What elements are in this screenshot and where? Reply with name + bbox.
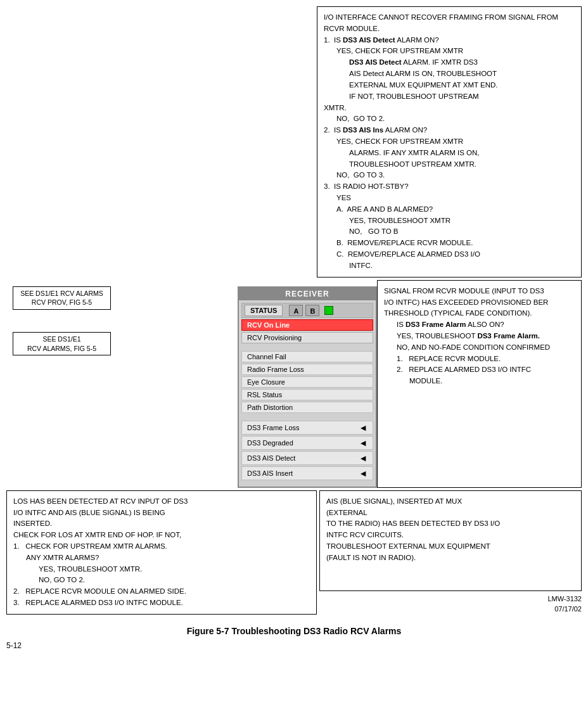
bottom-section: LOS HAS BEEN DETECTED AT RCV INPUT OF DS… bbox=[6, 490, 582, 615]
alarm-ds3-degraded: DS3 Degraded ◄ bbox=[241, 436, 373, 450]
mr-line-8: 2. REPLACE ALARMED DS3 I/O INTFC bbox=[397, 364, 575, 376]
tr-line-13: TROUBLESHOOT UPSTREAM XMTR. bbox=[349, 159, 575, 170]
separator-2 bbox=[239, 414, 376, 419]
br-line-6: (FAULT IS NOT IN RADIO). bbox=[326, 552, 575, 564]
ds3-degraded-label: DS3 Degraded bbox=[247, 439, 293, 447]
status-label: STATUS bbox=[245, 305, 283, 316]
alarm-channel-fail: Channel Fail bbox=[241, 351, 373, 362]
arrow-ds3-degraded: ◄ bbox=[359, 438, 368, 448]
mr-line-7: 1. REPLACE RCVR MODULE. bbox=[397, 354, 575, 365]
receiver-panel: RECEIVER STATUS A B RCV On Line RCV Prov… bbox=[238, 286, 377, 488]
alarm-eye-closure: Eye Closure bbox=[241, 376, 373, 388]
lmw-section: LMW-3132 07/17/02 bbox=[319, 591, 582, 615]
mr-line-6: NO, AND NO-FADE CONDITION CONFIRMED bbox=[397, 342, 575, 354]
tr-line-2: 1. IS DS3 AIS Detect ALARM ON? bbox=[324, 35, 575, 46]
middle-right-box: SIGNAL FROM RCVR MODULE (INPUT TO DS3 I/… bbox=[377, 280, 582, 488]
receiver-header: RECEIVER bbox=[239, 288, 376, 300]
ds3-ais-detect-label: DS3 AIS Detect bbox=[247, 454, 295, 462]
label-spacer-1 bbox=[13, 310, 111, 332]
tr-line-11: YES, CHECK FOR UPSTREAM XMTR bbox=[336, 136, 575, 148]
middle-left: SEE DS1/E1 RCV ALARMS RCV PROV, FIG 5-5 … bbox=[6, 280, 377, 488]
tr-line-6: EXTERNAL MUX EQUIPMENT AT XMT END. bbox=[349, 80, 575, 91]
bl-line-8: NO, GO TO 2. bbox=[39, 575, 310, 586]
alarm-path-distortion: Path Distortion bbox=[241, 402, 373, 413]
bl-line-6: ANY XMTR ALARMS? bbox=[26, 552, 310, 564]
bottom-right-top-box: AIS (BLUE SIGNAL), INSERTED AT MUX (EXTE… bbox=[319, 490, 582, 591]
btn-b[interactable]: B bbox=[305, 305, 319, 316]
mr-line-4: IS DS3 Frame Alarm ALSO ON? bbox=[397, 319, 575, 331]
tr-line-10: 2. IS DS3 AIS Ins ALARM ON? bbox=[324, 125, 575, 136]
alarm-ds3-ais-insert: DS3 AIS Insert ◄ bbox=[241, 466, 373, 480]
bl-line-2: I/O INTFC AND AIS (BLUE SIGNAL) IS BEING bbox=[13, 507, 310, 519]
bl-line-9: 2. REPLACE RCVR MODULE ON ALARMED SIDE. bbox=[13, 586, 310, 597]
tr-line-17: A. ARE A AND B ALARMED? bbox=[336, 204, 575, 215]
tr-line-9: NO, GO TO 2. bbox=[336, 113, 575, 125]
page-number: 5-12 bbox=[6, 641, 582, 650]
bottom-right: AIS (BLUE SIGNAL), INSERTED AT MUX (EXTE… bbox=[319, 490, 582, 615]
bottom-left-box: LOS HAS BEEN DETECTED AT RCV INPUT OF DS… bbox=[6, 490, 317, 615]
middle-section: SEE DS1/E1 RCV ALARMS RCV PROV, FIG 5-5 … bbox=[6, 280, 582, 488]
tr-line-5: AIS Detect ALARM IS ON, TROUBLESHOOT bbox=[349, 68, 575, 80]
label-box-2: SEE DS1/E1 RCV ALARMS, FIG 5-5 bbox=[13, 332, 111, 355]
alarm-radio-frame-loss: Radio Frame Loss bbox=[241, 364, 373, 375]
arrow-ds3-ais-insert: ◄ bbox=[359, 468, 368, 478]
label2-line1: SEE DS1/E1 bbox=[42, 335, 80, 343]
lmw-date: 07/17/02 bbox=[547, 604, 582, 615]
tr-line-20: B. REMOVE/REPLACE RCVR MODULE. bbox=[336, 238, 575, 249]
tr-line-22: INTFC. bbox=[349, 260, 575, 272]
rcv-online: RCV On Line bbox=[241, 319, 373, 331]
tr-line-18: YES, TROUBLESHOOT XMTR bbox=[349, 215, 575, 227]
top-section: I/O INTERFACE CANNOT RECOVER FRAMING FRO… bbox=[6, 6, 582, 278]
br-line-5: TROUBLESHOOT EXTERNAL MUX EQUIPMENT bbox=[326, 541, 575, 552]
label-box-1: SEE DS1/E1 RCV ALARMS RCV PROV, FIG 5-5 bbox=[13, 286, 111, 310]
br-line-4: INTFC RCV CIRCUITS. bbox=[326, 530, 575, 541]
bl-line-4: CHECK FOR LOS AT XMTR END OF HOP. IF NOT… bbox=[13, 530, 310, 541]
br-line-2: (EXTERNAL bbox=[326, 507, 575, 519]
tr-line-8: XMTR. bbox=[324, 103, 575, 114]
mr-line-2: I/O INTFC) HAS EXCEEDED PROVISIONED BER bbox=[384, 297, 575, 309]
alarm-ds3-frame-loss: DS3 Frame Loss ◄ bbox=[241, 421, 373, 435]
tr-line-12: ALARMS. IF ANY XMTR ALARM IS ON, bbox=[349, 148, 575, 159]
lmw-number: LMW-3132 bbox=[547, 594, 582, 604]
ab-buttons: A B bbox=[289, 305, 319, 316]
diagram-wrapper: SEE DS1/E1 RCV ALARMS RCV PROV, FIG 5-5 … bbox=[13, 280, 377, 488]
tr-line-7: IF NOT, TROUBLESHOOT UPSTREAM bbox=[349, 91, 575, 103]
br-line-1: AIS (BLUE SIGNAL), INSERTED AT MUX bbox=[326, 496, 575, 507]
bl-line-5: 1. CHECK FOR UPSTREAM XMTR ALARMS. bbox=[13, 541, 310, 552]
figure-caption: Figure 5-7 Troubleshooting DS3 Radio RCV… bbox=[6, 626, 582, 636]
arrow-ds3-frame-loss: ◄ bbox=[359, 423, 368, 433]
top-left-spacer bbox=[6, 6, 317, 278]
alarm-ds3-ais-detect: DS3 AIS Detect ◄ bbox=[241, 451, 373, 465]
tr-line-16: YES bbox=[336, 193, 575, 204]
tr-line-15: 3. IS RADIO HOT-STBY? bbox=[324, 181, 575, 193]
tr-line-21: C. REMOVE/REPLACE ALARMED DS3 I/O bbox=[336, 249, 575, 260]
mr-line-3: THRESHOLD (TYPICAL FADE CONDITION). bbox=[384, 308, 575, 319]
page-container: I/O INTERFACE CANNOT RECOVER FRAMING FRO… bbox=[0, 0, 588, 721]
bl-line-1: LOS HAS BEEN DETECTED AT RCV INPUT OF DS… bbox=[13, 496, 310, 507]
tr-line-14: NO, GO TO 3. bbox=[336, 170, 575, 181]
tr-line-1: I/O INTERFACE CANNOT RECOVER FRAMING FRO… bbox=[324, 12, 575, 35]
green-indicator bbox=[324, 306, 333, 315]
tr-line-3: YES, CHECK FOR UPSTREAM XMTR bbox=[336, 46, 575, 57]
br-line-3: TO THE RADIO) HAS BEEN DETECTED BY DS3 I… bbox=[326, 518, 575, 530]
bl-line-3: INSERTED. bbox=[13, 518, 310, 530]
ds3-ais-insert-label: DS3 AIS Insert bbox=[247, 469, 293, 477]
bl-line-7: YES, TROUBLESHOOT XMTR. bbox=[39, 564, 310, 575]
label2-line2: RCV ALARMS, FIG 5-5 bbox=[27, 345, 96, 352]
tr-line-4: DS3 AIS Detect ALARM. IF XMTR DS3 bbox=[349, 57, 575, 68]
rcv-provisioning: RCV Provisioning bbox=[241, 332, 373, 343]
status-row: STATUS A B bbox=[241, 303, 373, 318]
label1-line1: SEE DS1/E1 RCV ALARMS bbox=[20, 290, 103, 297]
bl-line-10: 3. REPLACE ALARMED DS3 I/O INTFC MODULE. bbox=[13, 597, 310, 609]
separator-1 bbox=[239, 345, 376, 350]
ds3-frame-loss-label: DS3 Frame Loss bbox=[247, 424, 300, 431]
lmw-info: LMW-3132 07/17/02 bbox=[547, 594, 582, 615]
mr-line-5: YES, TROUBLESHOOT DS3 Frame Alarm. bbox=[397, 331, 575, 342]
mr-line-1: SIGNAL FROM RCVR MODULE (INPUT TO DS3 bbox=[384, 286, 575, 297]
labels-column: SEE DS1/E1 RCV ALARMS RCV PROV, FIG 5-5 … bbox=[13, 286, 111, 356]
mr-line-9: MODULE. bbox=[409, 376, 575, 387]
label1-line2: RCV PROV, FIG 5-5 bbox=[32, 298, 92, 306]
tr-line-19: NO, GO TO B bbox=[349, 226, 575, 238]
btn-a[interactable]: A bbox=[289, 305, 303, 316]
arrow-ds3-ais-detect: ◄ bbox=[359, 453, 368, 463]
